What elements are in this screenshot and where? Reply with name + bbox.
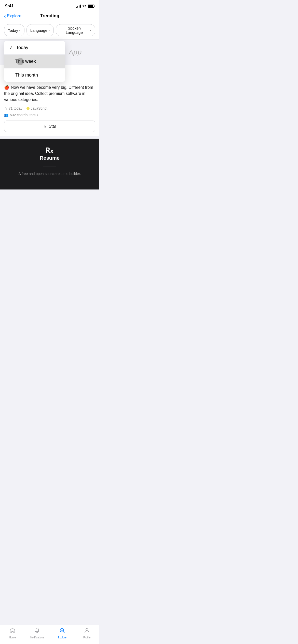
back-button[interactable]: ‹ Explore (4, 13, 21, 19)
language-label: JavaScript (31, 106, 47, 110)
chevron-down-icon: ▾ (48, 29, 50, 32)
battery-icon (88, 5, 94, 8)
repo-meta: ☆ 71 today JavaScript (4, 106, 95, 110)
rx-logo-rx: Rx (40, 146, 60, 155)
status-bar: 9:41 (0, 0, 99, 11)
rx-divider (43, 167, 56, 167)
wifi-icon (82, 4, 86, 8)
chevron-right-icon: › (37, 113, 38, 117)
filter-bar: Today ▾ Language ▾ Spoken Language ▾ (0, 22, 99, 40)
contributors-icon: 👥 (4, 113, 8, 117)
dropdown-overlay: Today This week This month (0, 41, 99, 82)
section-divider (0, 136, 99, 139)
stars-meta: ☆ 71 today (4, 106, 22, 110)
star-icon: ☆ (4, 106, 7, 110)
touch-indicator (17, 58, 24, 65)
dropdown-menu: Today This week This month (4, 41, 65, 82)
status-icons (76, 4, 94, 8)
rx-logo: Rx Resume (40, 146, 60, 161)
stars-count: 71 today (9, 106, 22, 110)
rx-description: A free and open-source resume builder. (18, 172, 81, 176)
back-label: Explore (7, 13, 22, 19)
contributors-count: 532 contributors (10, 113, 35, 117)
nav-header: ‹ Explore Trending (0, 11, 99, 22)
rx-logo-resume: Resume (40, 155, 60, 161)
repo-description: 🍎 Now we have become very big, Different… (4, 84, 95, 103)
filter-language-label: Language (30, 28, 47, 33)
language-dot-icon (26, 107, 30, 110)
filter-today-label: Today (8, 28, 18, 33)
chevron-left-icon: ‹ (4, 13, 6, 19)
chevron-down-icon: ▾ (19, 29, 21, 32)
dropdown-item-this-month[interactable]: This month (4, 68, 65, 82)
tab-spacer (0, 189, 99, 212)
filter-spoken-language-button[interactable]: Spoken Language ▾ (56, 24, 95, 36)
status-time: 9:41 (5, 4, 14, 9)
dropdown-item-this-month-label: This month (15, 72, 38, 78)
star-button-icon: ☆ (43, 124, 47, 129)
rx-resume-card: Rx Resume A free and open-source resume … (0, 139, 99, 189)
contributors-row: 👥 532 contributors › (4, 113, 95, 117)
filter-spoken-language-label: Spoken Language (60, 26, 89, 35)
signal-bars-icon (76, 5, 81, 8)
dropdown-item-today-label: Today (16, 45, 28, 50)
dropdown-item-today[interactable]: Today (4, 41, 65, 55)
page-title: Trending (40, 13, 59, 19)
filter-language-button[interactable]: Language ▾ (26, 24, 54, 36)
filter-today-button[interactable]: Today ▾ (4, 24, 24, 36)
star-button[interactable]: ☆ Star (4, 121, 95, 132)
star-button-label: Star (49, 124, 56, 129)
chevron-down-icon: ▾ (90, 29, 91, 32)
language-meta: JavaScript (26, 106, 47, 110)
dropdown-item-this-week[interactable]: This week (4, 55, 65, 68)
